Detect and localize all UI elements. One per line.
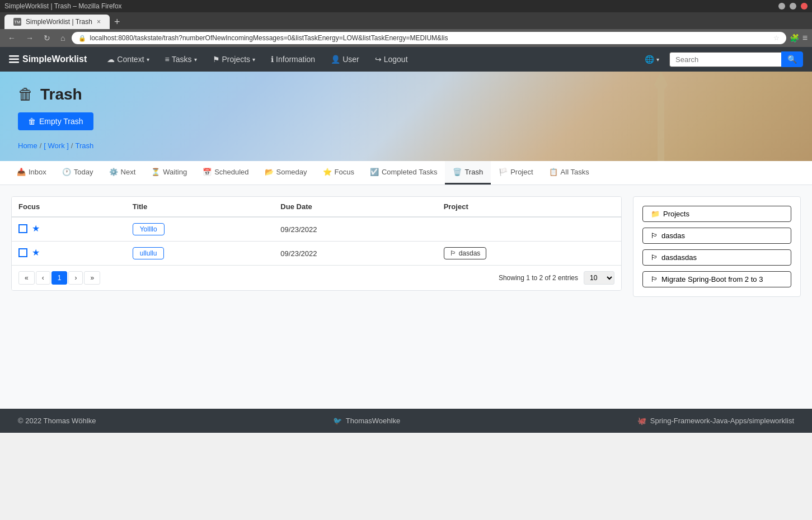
- user-icon: 👤: [331, 55, 340, 64]
- breadcrumb-trash[interactable]: Trash: [75, 141, 93, 150]
- brand-icon: [9, 55, 19, 63]
- next-icon: ⚙️: [109, 168, 118, 176]
- entries-select: Showing 1 to 2 of 2 entries 10 25 50 100: [499, 271, 614, 285]
- inbox-icon: 📥: [17, 168, 26, 176]
- hero-section: 🗑 Trash 🗑 Empty Trash Home / [ Work ] / …: [0, 72, 812, 161]
- cloud-icon: ☁: [107, 55, 115, 64]
- footer-twitter[interactable]: 🐦 ThomasWoehlke: [333, 417, 400, 425]
- nav-context[interactable]: ☁ Context ▾: [100, 51, 156, 67]
- page-last[interactable]: »: [84, 271, 100, 285]
- row-checkbox-2[interactable]: [18, 248, 27, 257]
- table-row: ★ Yollllo 09/23/2022: [12, 217, 621, 242]
- page-first[interactable]: «: [18, 271, 35, 285]
- dropdown-arrow: ▾: [194, 56, 197, 63]
- tab-focus[interactable]: ⭐ Focus: [315, 161, 362, 185]
- bookmark-icon: ☆: [773, 34, 780, 42]
- dasdasdas-flag-icon: 🏳: [651, 253, 658, 262]
- right-panel-projects-btn[interactable]: 📁 Projects: [642, 206, 791, 222]
- search-button[interactable]: 🔍: [781, 51, 803, 67]
- col-due-date: Due Date: [274, 197, 436, 217]
- browser-address-bar: ← → ↻ ⌂ 🔒 localhost:8080/taskstate/trash…: [0, 29, 812, 47]
- logout-icon: ↪: [375, 55, 382, 64]
- col-focus: Focus: [12, 197, 126, 217]
- table-header: Focus Title Due Date Project: [12, 197, 621, 217]
- tab-scheduled[interactable]: 📅 Scheduled: [195, 161, 256, 185]
- extensions-icon: 🧩: [790, 34, 799, 42]
- page-prev[interactable]: ‹: [36, 271, 50, 285]
- breadcrumb-sep-1: /: [40, 141, 42, 150]
- footer: © 2022 Thomas Wöhlke 🐦 ThomasWoehlke 🐙 S…: [0, 409, 812, 433]
- breadcrumb-home[interactable]: Home: [18, 141, 37, 150]
- tab-next[interactable]: ⚙️ Next: [101, 161, 144, 185]
- tab-close-btn[interactable]: ×: [97, 18, 101, 26]
- row-star-2[interactable]: ★: [32, 247, 40, 258]
- col-title: Title: [126, 197, 274, 217]
- app-navbar: SimpleWorklist ☁ Context ▾ ≡ Tasks ▾ ⚑ P…: [0, 47, 812, 72]
- breadcrumb-sep-2: /: [71, 141, 73, 150]
- tab-trash[interactable]: 🗑️ Trash: [445, 161, 491, 185]
- row-star-1[interactable]: ★: [32, 223, 40, 234]
- address-text: localhost:8080/taskstate/trash?numberOfN…: [90, 34, 769, 42]
- back-button[interactable]: ←: [4, 32, 19, 44]
- page-next[interactable]: ›: [68, 271, 83, 285]
- search-input[interactable]: [669, 52, 781, 67]
- new-tab-button[interactable]: +: [110, 16, 125, 28]
- tab-favicon: TM: [13, 18, 21, 26]
- project-badge-label: dasdas: [459, 249, 481, 257]
- tab-inbox[interactable]: 📥 Inbox: [9, 161, 54, 185]
- pagination-row: « ‹ 1 › » Showing 1 to 2 of 2 entries 10…: [12, 265, 621, 290]
- search-box: 🔍: [669, 51, 803, 67]
- language-selector[interactable]: 🌐 ▾: [639, 51, 665, 67]
- browser-tab-active[interactable]: TM SimpleWorklist | Trash ×: [4, 15, 110, 29]
- pagination: « ‹ 1 › »: [18, 271, 100, 285]
- tab-waiting[interactable]: ⏳ Waiting: [143, 161, 195, 185]
- empty-trash-label: Empty Trash: [39, 117, 83, 126]
- address-bar[interactable]: 🔒 localhost:8080/taskstate/trash?numberO…: [72, 32, 786, 44]
- breadcrumb: Home / [ Work ] / Trash: [18, 141, 794, 150]
- page-1[interactable]: 1: [51, 271, 68, 285]
- someday-icon: 📂: [265, 168, 274, 176]
- tab-today[interactable]: 🕐 Today: [54, 161, 101, 185]
- col-project: Project: [437, 197, 621, 217]
- task-table: Focus Title Due Date Project ★: [12, 197, 621, 265]
- row-checkbox-1[interactable]: [18, 224, 27, 233]
- home-button[interactable]: ⌂: [57, 32, 68, 44]
- navbar-brand[interactable]: SimpleWorklist: [9, 54, 87, 64]
- migrate-flag-icon: 🏳: [651, 275, 658, 283]
- nav-tasks[interactable]: ≡ Tasks ▾: [158, 51, 204, 67]
- right-panel: 📁 Projects 🏳 dasdas 🏳 dasdasdas 🏳 Migrat…: [633, 196, 801, 297]
- content-left: Focus Title Due Date Project ★: [11, 196, 622, 398]
- trash-btn-icon: 🗑: [28, 117, 36, 126]
- showing-text: Showing 1 to 2 of 2 entries: [499, 274, 578, 282]
- trash-icon-large: 🗑: [18, 85, 34, 103]
- breadcrumb-work[interactable]: [ Work ]: [44, 141, 69, 150]
- nav-logout[interactable]: ↪ Logout: [368, 51, 415, 67]
- focus-cell-1: ★: [12, 218, 126, 239]
- task-title-btn-1[interactable]: Yollllo: [133, 223, 165, 235]
- browser-title: SimpleWorklist | Trash – Mozilla Firefox: [4, 2, 122, 10]
- nav-user[interactable]: 👤 User: [324, 51, 366, 67]
- footer-github[interactable]: 🐙 Spring-Framework-Java-Apps/simpleworkl…: [637, 417, 794, 425]
- tab-project[interactable]: 🏳️ Project: [491, 161, 541, 185]
- right-panel-migrate-btn[interactable]: 🏳 Migrate Spring-Boot from 2 to 3: [642, 271, 791, 287]
- empty-trash-button[interactable]: 🗑 Empty Trash: [18, 112, 93, 130]
- github-icon: 🐙: [637, 417, 646, 425]
- refresh-button[interactable]: ↻: [40, 32, 54, 44]
- globe-icon: 🌐: [645, 55, 654, 64]
- tasks-icon: ≡: [165, 55, 170, 64]
- forward-button[interactable]: →: [22, 32, 37, 44]
- right-panel-dasdas-btn[interactable]: 🏳 dasdas: [642, 228, 791, 244]
- tab-all-tasks[interactable]: 📋 All Tasks: [541, 161, 597, 185]
- nav-projects[interactable]: ⚑ Projects ▾: [206, 51, 262, 67]
- page-title: Trash: [40, 86, 82, 103]
- right-panel-dasdasdas-btn[interactable]: 🏳 dasdasdas: [642, 249, 791, 266]
- tabs-container: 📥 Inbox 🕐 Today ⚙️ Next ⏳ Waiting 📅 Sche…: [0, 161, 812, 185]
- tab-completed[interactable]: ☑️ Completed Tasks: [362, 161, 445, 185]
- nav-information[interactable]: ℹ Information: [264, 51, 322, 67]
- twitter-icon: 🐦: [333, 417, 342, 425]
- info-icon: ℹ: [271, 55, 274, 64]
- navbar-nav: ☁ Context ▾ ≡ Tasks ▾ ⚑ Projects ▾ ℹ Inf…: [100, 51, 630, 67]
- per-page-select[interactable]: 10 25 50 100: [584, 271, 614, 285]
- task-title-btn-2[interactable]: ullullu: [133, 247, 165, 259]
- tab-someday[interactable]: 📂 Someday: [257, 161, 315, 185]
